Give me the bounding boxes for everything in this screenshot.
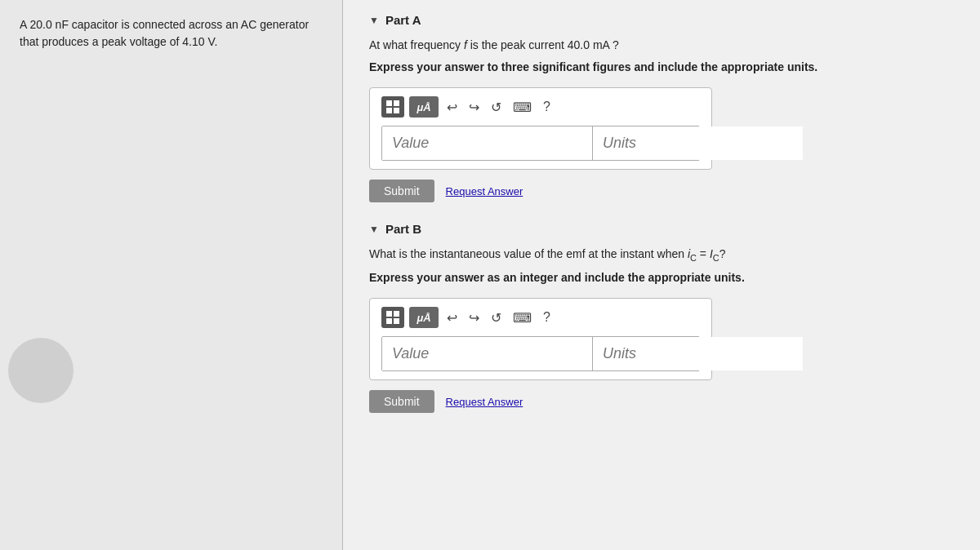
frequency-var: f [464,38,467,51]
part-b-redo-button[interactable]: ↪ [466,308,483,327]
part-b-mu-button[interactable]: μÅ [409,307,439,328]
part-a-action-row: Submit Request Answer [369,180,954,202]
part-b-answer-box: μÅ ↩ ↪ ↺ ⌨ ? [369,298,712,380]
part-a-header[interactable]: ▼ Part A [369,13,954,27]
part-a-units-input[interactable] [592,126,803,160]
part-b-reset-button[interactable]: ↺ [488,308,505,327]
part-b-submit-button[interactable]: Submit [369,390,434,413]
part-b-toolbar: μÅ ↩ ↪ ↺ ⌨ ? [381,307,700,328]
Ic-sub: C [713,253,719,263]
part-a-mu-button[interactable]: μÅ [409,96,439,118]
part-a-keyboard-button[interactable]: ⌨ [510,98,535,117]
grid-icon [386,100,399,113]
part-b-grid-icon [386,311,399,324]
part-b-input-row [381,336,700,371]
part-b-header[interactable]: ▼ Part B [369,222,954,236]
part-b-mu-label: μÅ [416,312,430,324]
part-a-section: ▼ Part A At what frequency f is the peak… [369,13,954,202]
part-b-chevron: ▼ [369,224,379,235]
part-a-toolbar: μÅ ↩ ↪ ↺ ⌨ ? [381,96,700,118]
part-a-undo-button[interactable]: ↩ [443,98,461,117]
part-a-value-input[interactable] [382,126,592,160]
part-a-redo-button[interactable]: ↪ [466,98,483,117]
part-a-help-button[interactable]: ? [540,98,554,116]
part-b-grid-button[interactable] [381,307,404,328]
part-b-units-input[interactable] [592,337,803,370]
mu-label: μÅ [416,101,430,113]
part-b-section: ▼ Part B What is the instantaneous value… [369,222,954,413]
part-b-undo-button[interactable]: ↩ [443,308,461,327]
part-a-input-row [381,126,700,161]
part-a-answer-box: μÅ ↩ ↪ ↺ ⌨ ? [369,87,712,170]
part-a-grid-button[interactable] [381,96,404,118]
decorative-circle [8,338,74,403]
part-b-question: What is the instantaneous value of the e… [369,246,954,264]
part-a-request-answer-button[interactable]: Request Answer [446,185,523,197]
part-a-question: At what frequency f is the peak current … [369,37,954,54]
right-panel: ▼ Part A At what frequency f is the peak… [343,0,980,550]
part-a-title: Part A [385,13,421,27]
part-a-submit-button[interactable]: Submit [369,180,434,202]
problem-statement: A 20.0 nF capacitor is connected across … [20,16,323,51]
part-b-title: Part B [385,222,421,236]
part-a-instruction: Express your answer to three significant… [369,59,954,76]
part-b-request-answer-button[interactable]: Request Answer [446,396,523,408]
part-b-value-input[interactable] [382,337,592,370]
left-panel: A 20.0 nF capacitor is connected across … [0,0,343,550]
part-b-keyboard-button[interactable]: ⌨ [510,308,535,327]
part-a-chevron: ▼ [369,15,379,26]
part-a-reset-button[interactable]: ↺ [488,98,505,117]
ic-sub: C [690,253,697,263]
part-b-instruction: Express your answer as an integer and in… [369,269,954,286]
part-b-help-button[interactable]: ? [540,308,554,326]
part-b-action-row: Submit Request Answer [369,390,954,413]
